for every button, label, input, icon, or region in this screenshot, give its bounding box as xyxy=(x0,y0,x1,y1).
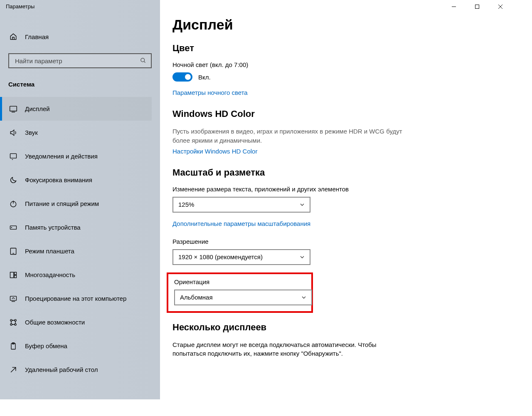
sidebar-item-tablet[interactable]: Режим планшета xyxy=(0,239,152,263)
main-content: Дисплей Цвет Ночной свет (вкл. до 7:00) … xyxy=(160,0,512,399)
moon-icon xyxy=(9,176,17,184)
advanced-scale-link[interactable]: Дополнительные параметры масштабирования xyxy=(172,220,310,227)
sidebar-item-label: Проецирование на этот компьютер xyxy=(25,295,126,302)
sidebar-item-label: Общие возможности xyxy=(25,319,85,326)
svg-rect-7 xyxy=(10,272,14,277)
nightlight-toggle[interactable] xyxy=(172,72,192,82)
nav-home[interactable]: Главная xyxy=(8,29,152,44)
scale-field-label: Изменение размера текста, приложений и д… xyxy=(172,186,500,193)
sidebar-item-label: Дисплей xyxy=(25,105,50,112)
close-button[interactable] xyxy=(489,0,512,13)
sidebar-item-clipboard[interactable]: Буфер обмена xyxy=(0,334,152,358)
scale-combo[interactable]: 125% xyxy=(172,197,310,213)
nav-home-label: Главная xyxy=(25,33,49,40)
hdr-description: Пусть изображения в видео, играх и прило… xyxy=(172,127,405,145)
home-icon xyxy=(9,32,17,41)
svg-rect-1 xyxy=(10,106,17,111)
remote-icon xyxy=(9,366,17,374)
shared-icon xyxy=(9,318,17,327)
chevron-down-icon xyxy=(301,295,306,300)
chevron-down-icon xyxy=(300,202,305,207)
window-title: Параметры xyxy=(0,0,160,17)
sidebar-item-label: Питание и спящий режим xyxy=(25,200,99,207)
svg-point-13 xyxy=(10,323,12,325)
tablet-icon xyxy=(9,247,17,255)
section-multidisplay-heading: Несколько дисплеев xyxy=(172,322,500,333)
sidebar: Параметры Главная Система xyxy=(0,0,160,399)
search-icon xyxy=(140,57,147,64)
nightlight-settings-link[interactable]: Параметры ночного света xyxy=(172,89,248,96)
svg-rect-2 xyxy=(10,154,17,158)
svg-rect-8 xyxy=(15,272,17,275)
svg-point-14 xyxy=(15,323,16,325)
orientation-field-label: Ориентация xyxy=(174,278,305,285)
svg-rect-17 xyxy=(475,5,479,9)
sidebar-item-power[interactable]: Питание и спящий режим xyxy=(0,192,152,215)
sidebar-item-label: Многозадачность xyxy=(25,271,75,278)
sidebar-item-label: Звук xyxy=(25,129,38,136)
sidebar-item-label: Фокусировка внимания xyxy=(25,176,92,183)
notifications-icon xyxy=(9,152,17,161)
svg-rect-9 xyxy=(15,275,17,277)
multitasking-icon xyxy=(9,271,17,279)
sound-icon xyxy=(9,129,17,137)
svg-point-12 xyxy=(15,319,16,321)
sidebar-item-label: Память устройства xyxy=(25,224,81,231)
svg-point-0 xyxy=(141,58,145,62)
sidebar-item-label: Буфер обмена xyxy=(25,342,67,349)
nightlight-label: Ночной свет (вкл. до 7:00) xyxy=(172,61,500,68)
toggle-state-label: Вкл. xyxy=(198,74,211,81)
sidebar-item-remote[interactable]: Удаленный рабочий стол xyxy=(0,358,152,381)
chevron-down-icon xyxy=(300,255,305,260)
section-scale-heading: Масштаб и разметка xyxy=(172,167,500,178)
power-icon xyxy=(9,200,17,208)
sidebar-item-label: Режим планшета xyxy=(25,248,74,255)
orientation-combo[interactable]: Альбомная xyxy=(174,290,312,305)
sidebar-item-label: Удаленный рабочий стол xyxy=(25,366,98,373)
resolution-combo-value: 1920 × 1080 (рекомендуется) xyxy=(178,253,263,260)
resolution-field-label: Разрешение xyxy=(172,238,500,245)
sidebar-section-system: Система xyxy=(8,81,152,88)
search-input[interactable] xyxy=(15,57,140,64)
storage-icon xyxy=(9,223,17,232)
sidebar-item-multitasking[interactable]: Многозадачность xyxy=(0,263,152,287)
display-icon xyxy=(9,105,17,113)
sidebar-item-notifications[interactable]: Уведомления и действия xyxy=(0,144,152,168)
page-title: Дисплей xyxy=(172,17,500,33)
section-color-heading: Цвет xyxy=(172,43,500,54)
resolution-combo[interactable]: 1920 × 1080 (рекомендуется) xyxy=(172,249,310,265)
sidebar-item-display[interactable]: Дисплей xyxy=(0,97,152,121)
sidebar-item-shared[interactable]: Общие возможности xyxy=(0,310,152,334)
orientation-highlight: Ориентация Альбомная xyxy=(167,272,313,313)
sidebar-item-storage[interactable]: Память устройства xyxy=(0,215,152,239)
maximize-button[interactable] xyxy=(466,0,489,13)
svg-point-5 xyxy=(11,227,12,228)
sidebar-item-label: Уведомления и действия xyxy=(25,153,98,160)
clipboard-icon xyxy=(9,342,17,350)
orientation-combo-value: Альбомная xyxy=(180,294,213,301)
minimize-button[interactable] xyxy=(442,0,466,13)
search-box[interactable] xyxy=(8,53,152,68)
sidebar-item-focus[interactable]: Фокусировка внимания xyxy=(0,168,152,192)
projecting-icon xyxy=(9,295,17,303)
svg-point-11 xyxy=(10,319,12,321)
multidisplay-description: Старые дисплеи могут не всегда подключат… xyxy=(172,340,405,359)
section-hdr-heading: Windows HD Color xyxy=(172,109,500,119)
sidebar-item-sound[interactable]: Звук xyxy=(0,121,152,144)
window-controls xyxy=(442,0,512,13)
sidebar-item-projecting[interactable]: Проецирование на этот компьютер xyxy=(0,287,152,310)
hdr-settings-link[interactable]: Настройки Windows HD Color xyxy=(172,148,257,155)
scale-combo-value: 125% xyxy=(178,201,194,208)
svg-rect-10 xyxy=(10,296,17,300)
